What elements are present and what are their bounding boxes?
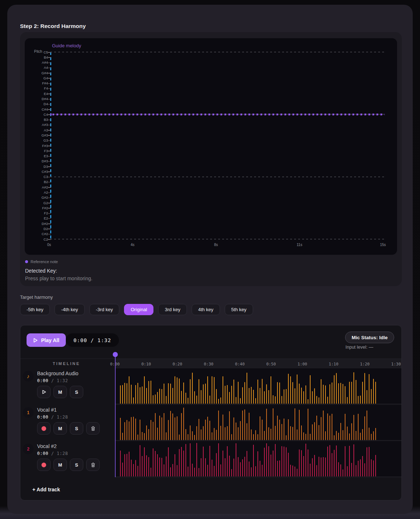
waveform-bar: [242, 459, 243, 476]
waveform-bar: [218, 399, 219, 404]
ruler-time-label: 1:30: [391, 362, 401, 367]
waveform-bar: [135, 419, 136, 440]
waveform-bar: [292, 382, 293, 404]
waveform-bar: [373, 460, 374, 476]
track-number-badge: 1: [23, 407, 33, 418]
waveform-bar: [336, 445, 337, 476]
waveform-bar: [332, 414, 332, 440]
solo-button[interactable]: S: [70, 422, 83, 435]
pitch-tick-icon: [48, 234, 51, 235]
waveform-bar: [177, 377, 177, 404]
waveform-bar: [170, 411, 171, 440]
waveform-bar: [220, 426, 221, 440]
waveform-bar: [319, 457, 319, 476]
waveform-bar: [367, 390, 367, 404]
waveform-bar: [319, 397, 319, 404]
waveform-bar: [220, 464, 221, 476]
waveform-bar: [260, 416, 260, 440]
harmony-option-4th-key[interactable]: -4th key: [55, 304, 84, 315]
record-button[interactable]: [37, 459, 51, 471]
waveform-bar: [227, 385, 228, 404]
waveform-bar: [321, 417, 321, 440]
ruler-time-label: 0:20: [173, 362, 183, 367]
solo-button[interactable]: S: [70, 386, 83, 398]
pitch-plot: C5B4A#4A4G#4G4F#4F4E4D#4D4C#4C4B3A#3A3G#…: [25, 38, 397, 255]
add-track-button[interactable]: + Add track: [32, 487, 60, 492]
pitch-label: B3: [27, 118, 48, 122]
harmony-option-original[interactable]: Original: [124, 304, 153, 315]
track-lane[interactable]: [115, 405, 401, 440]
pitch-tick-icon: [48, 156, 51, 157]
timeline-header: TIMELINE: [53, 361, 80, 366]
waveform-bar: [292, 427, 293, 440]
waveform-bar: [148, 429, 149, 440]
waveform-bar: [364, 373, 365, 404]
play-button[interactable]: [37, 386, 51, 398]
track-controls: ♪Background Audio0:00 / 1:32MS: [20, 368, 115, 405]
timeline-ruler[interactable]: 0:000:100:200:300:400:501:001:101:201:30: [115, 359, 401, 368]
pitch-label: B4: [27, 55, 48, 59]
waveform-bar: [196, 426, 197, 440]
mute-button[interactable]: M: [53, 422, 67, 435]
waveform-bar: [273, 408, 273, 440]
waveform-bar: [260, 461, 260, 476]
waveform-bar: [323, 457, 324, 476]
pitch-label: E3: [27, 154, 48, 158]
mute-button[interactable]: M: [53, 386, 67, 398]
waveform-bar: [133, 464, 134, 476]
record-button[interactable]: [37, 422, 51, 435]
waveform-bar: [262, 379, 263, 404]
waveform-bar: [347, 427, 348, 440]
waveform-bar: [284, 419, 284, 440]
waveform-bar: [179, 379, 180, 404]
waveform-bar: [181, 391, 182, 404]
waveform-bar: [179, 449, 180, 476]
waveform-bar: [203, 426, 204, 440]
waveform-bar: [349, 433, 350, 440]
waveform-bar: [140, 445, 140, 476]
waveform-bar: [364, 463, 365, 476]
harmony-option-5th-key[interactable]: -5th key: [20, 304, 50, 315]
waveform-bar: [218, 443, 219, 476]
track-controls: 1Vocal #10:00 / 1:28MS: [20, 405, 115, 441]
pitch-tick-icon: [48, 99, 51, 100]
harmony-option-3rd-key[interactable]: 3rd key: [158, 304, 187, 315]
pitch-label: G2: [27, 201, 48, 205]
delete-button[interactable]: [86, 422, 100, 435]
waveform-bar: [299, 449, 300, 476]
record-icon: [41, 426, 46, 431]
waveform-bar: [292, 465, 293, 476]
waveform-bar: [188, 398, 188, 404]
track-lane[interactable]: [115, 368, 401, 404]
waveform-bar: [268, 446, 269, 476]
mute-button[interactable]: M: [53, 459, 67, 471]
ruler-time-label: 0:40: [235, 362, 245, 367]
waveform-bar: [340, 383, 341, 404]
pitch-label: D4: [27, 102, 48, 106]
waveform-bar: [271, 455, 271, 476]
waveform-bar: [299, 410, 300, 440]
solo-button[interactable]: S: [70, 459, 83, 471]
waveform-bar: [286, 435, 287, 440]
harmony-option-3rd-key[interactable]: -3rd key: [89, 304, 120, 315]
pitch-gridline: [50, 52, 385, 52]
play-all-button[interactable]: Play All: [27, 333, 66, 347]
waveform-bar: [321, 379, 321, 404]
time-axis-label: 4s: [131, 243, 135, 247]
waveform-bar: [146, 388, 147, 404]
record-icon: [41, 463, 46, 467]
waveform-bar: [185, 393, 186, 404]
harmony-option-5th-key[interactable]: 5th key: [225, 304, 253, 315]
waveform-bar: [244, 457, 245, 476]
waveform-bar: [201, 390, 201, 404]
waveform-bar: [196, 443, 197, 476]
waveform-bar: [137, 466, 138, 476]
waveform-bar: [205, 384, 206, 404]
delete-button[interactable]: [86, 459, 100, 471]
waveform-bar: [281, 424, 282, 440]
playhead-handle[interactable]: [113, 352, 118, 357]
waveform-bar: [314, 422, 315, 440]
waveform-bar: [314, 455, 315, 476]
track-lane[interactable]: [115, 441, 401, 476]
harmony-option-4th-key[interactable]: 4th key: [192, 304, 220, 315]
